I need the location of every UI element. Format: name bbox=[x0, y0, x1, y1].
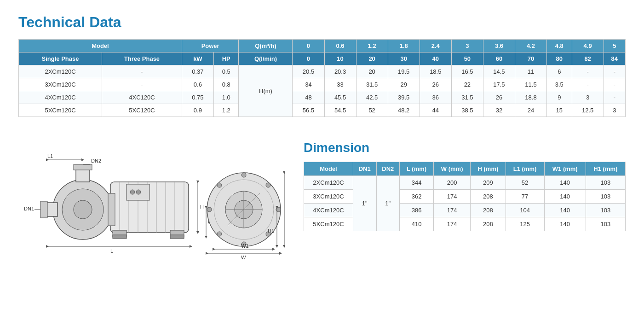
v10-4: 3 bbox=[604, 104, 625, 117]
v2-1: 20 bbox=[356, 65, 388, 78]
dim-h-1: 209 bbox=[471, 176, 506, 190]
kw-1: 0.37 bbox=[182, 65, 213, 78]
v4-3: 36 bbox=[420, 91, 451, 104]
v2-2: 31.5 bbox=[356, 78, 388, 91]
dim-col-w1: W1 (mm) bbox=[544, 162, 586, 176]
col-lmin-10: 10 bbox=[324, 53, 356, 65]
col-three-phase: Three Phase bbox=[102, 53, 182, 65]
svg-text:DN1: DN1 bbox=[24, 206, 34, 211]
svg-rect-12 bbox=[170, 235, 184, 239]
col-q-m3h: Q(m³/h) bbox=[239, 40, 293, 53]
col-lmin-60: 60 bbox=[483, 53, 515, 65]
v0-1: 20.5 bbox=[293, 65, 324, 78]
table-row: 4XCm120C 4XC120C 0.75 1.0 48 45.5 42.5 3… bbox=[19, 91, 626, 104]
v7-2: 11.5 bbox=[515, 78, 546, 91]
v10-2: - bbox=[604, 78, 625, 91]
dim-model-2: 3XCm120C bbox=[304, 190, 353, 204]
v1-1: 20.3 bbox=[324, 65, 356, 78]
v5-1: 16.5 bbox=[451, 65, 483, 78]
dim-row-4: 5XCm120C 410 174 208 125 140 103 bbox=[304, 217, 626, 231]
dim-l1-3: 104 bbox=[506, 204, 544, 217]
col-q12: 1.2 bbox=[356, 40, 388, 53]
v4-4: 44 bbox=[420, 104, 451, 117]
svg-text:L: L bbox=[110, 248, 113, 254]
table-row: 3XCm120C - 0.6 0.8 34 33 31.5 29 26 22 1… bbox=[19, 78, 626, 91]
model-single-3: 4XCm120C bbox=[19, 91, 102, 104]
svg-point-42 bbox=[207, 207, 212, 212]
model-single-1: 2XCm120C bbox=[19, 65, 102, 78]
dim-col-h1: H1 (mm) bbox=[586, 162, 625, 176]
section-divider bbox=[18, 131, 626, 131]
v3-3: 39.5 bbox=[388, 91, 420, 104]
col-q24: 2.4 bbox=[420, 40, 451, 53]
dim-w1-2: 140 bbox=[544, 190, 586, 204]
v4-2: 26 bbox=[420, 78, 451, 91]
col-q42: 4.2 bbox=[515, 40, 546, 53]
v5-3: 31.5 bbox=[451, 91, 483, 104]
svg-rect-20 bbox=[40, 201, 47, 218]
col-q0: 0 bbox=[293, 40, 324, 53]
dim-col-h: H (mm) bbox=[471, 162, 506, 176]
dim-h-4: 208 bbox=[471, 217, 506, 231]
svg-text:W1: W1 bbox=[241, 243, 249, 249]
dim-model-3: 4XCm120C bbox=[304, 204, 353, 217]
v7-1: 11 bbox=[515, 65, 546, 78]
dim-row-3: 4XCm120C 386 174 208 104 140 103 bbox=[304, 204, 626, 217]
svg-rect-11 bbox=[113, 235, 126, 239]
v8-1: 6 bbox=[547, 65, 572, 78]
dim-w1-3: 140 bbox=[544, 204, 586, 217]
col-q18: 1.8 bbox=[388, 40, 420, 53]
svg-point-23 bbox=[136, 190, 141, 194]
dim-col-dn1: DN1 bbox=[353, 162, 376, 176]
dimension-table: Model DN1 DN2 L (mm) W (mm) H (mm) L1 (m… bbox=[304, 162, 626, 231]
dim-col-w: W (mm) bbox=[434, 162, 471, 176]
svg-rect-18 bbox=[74, 164, 92, 170]
dim-h1-3: 103 bbox=[586, 204, 625, 217]
dim-l-4: 410 bbox=[400, 217, 434, 231]
svg-text:H: H bbox=[200, 204, 204, 210]
v1-4: 54.5 bbox=[324, 104, 356, 117]
dim-w-3: 174 bbox=[434, 204, 471, 217]
dim-w-4: 174 bbox=[434, 217, 471, 231]
bottom-section: L1 DN2 DN1 H H1 L bbox=[18, 140, 626, 262]
svg-point-15 bbox=[74, 200, 92, 219]
v0-4: 56.5 bbox=[293, 104, 324, 117]
dim-model-1: 2XCm120C bbox=[304, 176, 353, 190]
dim-col-l: L (mm) bbox=[400, 162, 434, 176]
v8-3: 9 bbox=[547, 91, 572, 104]
dimension-title: Dimension bbox=[304, 140, 626, 155]
v0-3: 48 bbox=[293, 91, 324, 104]
dim-col-model: Model bbox=[304, 162, 353, 176]
kw-3: 0.75 bbox=[182, 91, 213, 104]
v9-3: 3 bbox=[572, 91, 604, 104]
v6-3: 26 bbox=[483, 91, 515, 104]
v7-4: 24 bbox=[515, 104, 546, 117]
v9-2: - bbox=[572, 78, 604, 91]
v7-3: 18.8 bbox=[515, 91, 546, 104]
col-q36: 3.6 bbox=[483, 40, 515, 53]
dim-l-3: 386 bbox=[400, 204, 434, 217]
table-row: 2XCm120C - 0.37 0.5 H(m) 20.5 20.3 20 19… bbox=[19, 65, 626, 78]
v9-1: - bbox=[572, 65, 604, 78]
dim-w-1: 200 bbox=[434, 176, 471, 190]
col-hp: HP bbox=[213, 53, 239, 65]
dim-l1-4: 125 bbox=[506, 217, 544, 231]
dim-model-4: 5XCm120C bbox=[304, 217, 353, 231]
v6-4: 32 bbox=[483, 104, 515, 117]
col-lmin-30: 30 bbox=[388, 53, 420, 65]
hm-label: H(m) bbox=[239, 65, 293, 117]
v4-1: 18.5 bbox=[420, 65, 451, 78]
svg-point-40 bbox=[242, 173, 246, 177]
v2-3: 42.5 bbox=[356, 91, 388, 104]
col-lmin-80: 80 bbox=[547, 53, 572, 65]
svg-rect-19 bbox=[46, 203, 58, 216]
dim-w1-1: 140 bbox=[544, 176, 586, 190]
svg-point-45 bbox=[266, 183, 270, 187]
v5-4: 38.5 bbox=[451, 104, 483, 117]
col-lmin-20: 20 bbox=[356, 53, 388, 65]
dim-col-l1: L1 (mm) bbox=[506, 162, 544, 176]
dim-dn2-shared: 1" bbox=[376, 176, 400, 231]
model-three-1: - bbox=[102, 65, 182, 78]
hp-4: 1.2 bbox=[213, 104, 239, 117]
dim-col-dn2: DN2 bbox=[376, 162, 400, 176]
